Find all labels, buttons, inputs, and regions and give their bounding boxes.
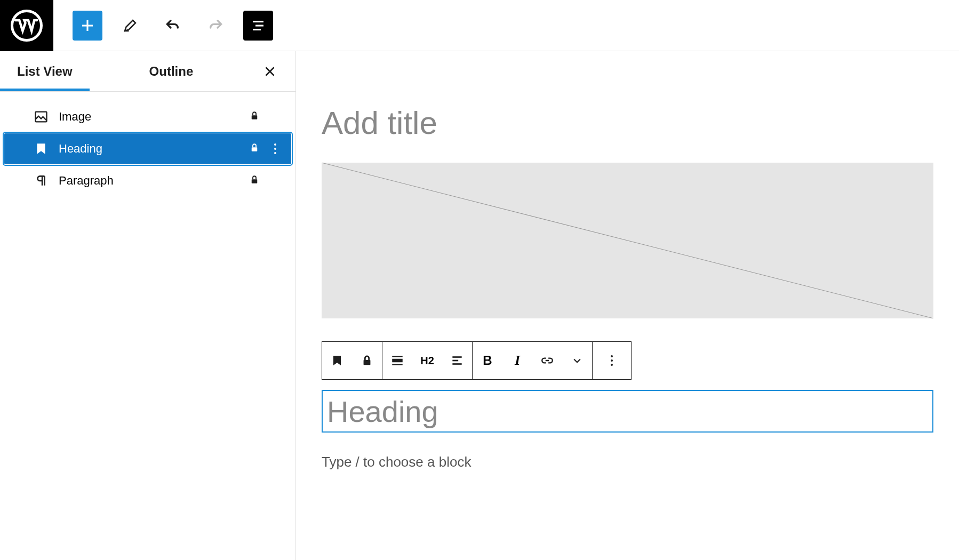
editor-canvas: Add title H2 [296,51,959,560]
block-type-button[interactable] [322,342,352,379]
paragraph-block-placeholder[interactable]: Type / to choose a block [322,454,471,470]
align-button[interactable] [382,342,412,379]
wordpress-icon [11,10,43,42]
list-view-icon [250,18,266,34]
bold-button[interactable]: B [473,342,502,379]
image-block-placeholder[interactable] [322,163,933,318]
image-icon [33,109,49,125]
svg-rect-18 [392,359,403,363]
list-item-label: Heading [59,142,102,156]
list-item-heading[interactable]: Heading [4,133,291,164]
more-options-button[interactable] [269,142,282,155]
list-view-toggle-button[interactable] [243,11,273,41]
redo-button[interactable] [201,11,230,41]
undo-button[interactable] [158,11,188,41]
align-icon [390,354,404,367]
lock-icon [361,355,373,366]
wordpress-logo[interactable] [0,0,53,51]
svg-rect-14 [252,179,258,183]
paragraph-icon [33,173,49,189]
svg-point-23 [611,355,613,357]
block-toolbar: H2 B I [322,341,632,380]
lock-icon [250,175,259,187]
svg-point-24 [611,359,613,362]
placeholder-diagonal-icon [322,163,933,318]
add-block-button[interactable] [73,11,102,41]
heading-icon [331,354,343,367]
document-overview-panel: List View Outline Image Heading [0,51,296,560]
text-align-icon [450,354,464,367]
tools-button[interactable] [115,11,145,41]
svg-point-25 [611,364,613,366]
heading-level-button[interactable]: H2 [412,342,442,379]
heading-placeholder: Heading [327,394,438,429]
svg-rect-9 [252,115,258,119]
list-item-label: Image [59,110,91,124]
pencil-icon [122,18,138,34]
svg-rect-16 [364,360,371,365]
lock-icon [250,143,259,155]
plus-icon [79,18,95,34]
svg-rect-10 [252,147,258,151]
lock-button[interactable] [352,342,382,379]
tab-outline[interactable]: Outline [132,51,211,91]
heading-icon [33,141,49,157]
post-title-input[interactable]: Add title [322,105,933,141]
link-button[interactable] [532,342,562,379]
link-icon [540,354,554,367]
block-options-button[interactable] [593,342,631,379]
dots-vertical-icon [274,142,277,155]
top-toolbar [0,0,959,51]
svg-point-11 [274,143,276,146]
list-item-label: Paragraph [59,174,114,188]
text-align-button[interactable] [442,342,472,379]
list-item-paragraph[interactable]: Paragraph [4,165,291,196]
tab-list-view[interactable]: List View [0,51,90,91]
italic-button[interactable]: I [502,342,532,379]
redo-icon [207,17,224,34]
undo-icon [164,17,181,34]
svg-line-15 [322,163,933,318]
block-list: Image Heading [0,92,295,196]
list-item-image[interactable]: Image [4,101,291,132]
close-panel-button[interactable] [257,59,283,84]
more-format-button[interactable] [562,342,592,379]
overview-tabs: List View Outline [0,51,295,92]
svg-point-12 [274,148,276,150]
svg-point-0 [12,11,42,40]
heading-block-input[interactable]: Heading [322,390,933,433]
close-icon [263,65,277,78]
lock-icon [250,111,259,123]
dots-vertical-icon [610,354,613,367]
svg-point-13 [274,152,276,154]
chevron-down-icon [572,355,582,366]
